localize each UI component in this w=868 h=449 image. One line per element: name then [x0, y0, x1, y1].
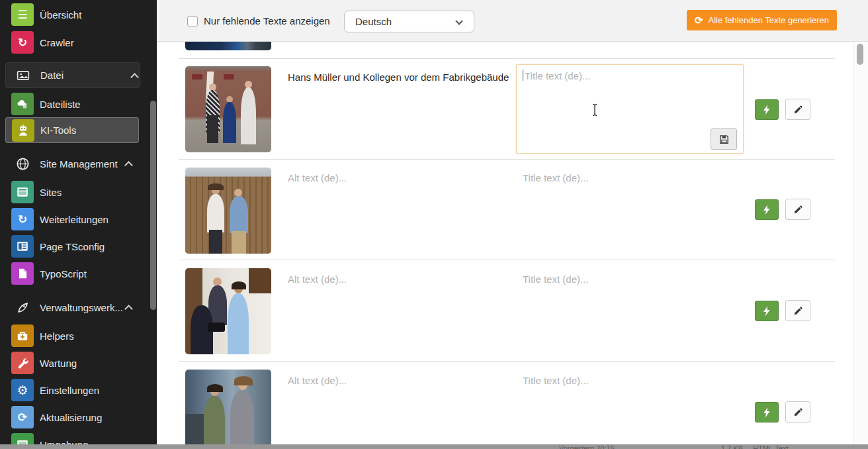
- filter-checkbox-label[interactable]: Nur fehlende Texte anzeigen: [204, 15, 330, 26]
- alt-text-field[interactable]: Alt text (de)...: [288, 172, 347, 183]
- sidebar-item-page-tsconfig[interactable]: Page TSconfig: [0, 234, 157, 259]
- sidebar-item-crawler[interactable]: ↻ Crawler: [0, 30, 157, 55]
- chevron-up-icon: [124, 161, 133, 170]
- generate-button[interactable]: [755, 99, 779, 120]
- sidebar-item-einstellungen[interactable]: ⚙ Einstellungen: [0, 377, 157, 403]
- text-caret: [523, 70, 523, 81]
- app-window: ☰ Übersicht ↻ Crawler Datei Dateiliste K…: [0, 0, 868, 449]
- title-text-field[interactable]: Title text (de)...: [523, 375, 588, 386]
- ghost-size-text: 1.7 KB: [721, 444, 743, 449]
- lightning-icon: [762, 205, 771, 215]
- ghost-type-text: HTML-Text: [753, 444, 789, 449]
- edit-button[interactable]: [785, 401, 810, 423]
- title-text-editor[interactable]: Title text (de)...: [516, 64, 744, 154]
- edit-button[interactable]: [785, 199, 810, 220]
- thumbnail-image: [185, 168, 271, 254]
- sidebar-item-aktualisierung[interactable]: ⟳ Aktualisierung: [0, 405, 157, 430]
- thumbnail-image: [185, 268, 271, 354]
- save-floppy-icon: [718, 134, 730, 145]
- content-scrollbar-track[interactable]: [853, 42, 868, 449]
- sidebar-item-label: Crawler: [40, 37, 74, 48]
- crawler-icon: ↻: [11, 31, 34, 54]
- toolbar: Nur fehlende Texte anzeigen Deutsch ⟳ Al…: [157, 0, 868, 42]
- generate-all-button[interactable]: ⟳ Alle fehlenden Texte generieren: [687, 10, 837, 30]
- title-text-field[interactable]: Title text (de)...: [523, 172, 588, 183]
- title-text-field[interactable]: Title text (de)...: [523, 274, 588, 285]
- redirect-icon: ↻: [11, 208, 34, 230]
- sidebar-group-site-management[interactable]: Site Management: [0, 151, 157, 176]
- wrench-icon: [11, 352, 34, 374]
- helpers-icon: [11, 324, 34, 347]
- overview-icon: ☰: [11, 3, 34, 26]
- filelist-icon: [11, 93, 34, 115]
- thumbnail-image: [185, 370, 271, 444]
- alt-text-field[interactable]: Alt text (de)...: [288, 274, 347, 285]
- sidebar-item-dateiliste[interactable]: Dateiliste: [0, 91, 157, 117]
- language-select-value: Deutsch: [355, 16, 392, 27]
- typoscript-icon: [11, 262, 34, 285]
- refresh-icon: ⟳: [11, 406, 34, 428]
- pencil-icon: [793, 105, 803, 115]
- row-separator: [179, 260, 835, 260]
- sidebar-item-label: Übersicht: [40, 9, 81, 21]
- sidebar-item-helpers[interactable]: Helpers: [0, 323, 157, 348]
- pencil-icon: [793, 205, 803, 215]
- thumbnail-image: [185, 66, 271, 152]
- refresh-icon: ⟳: [695, 15, 703, 25]
- sidebar-item-typoscript[interactable]: TypoScript: [0, 261, 157, 286]
- save-button[interactable]: [711, 128, 737, 150]
- image-file-icon: [15, 67, 32, 84]
- chevron-up-icon: [124, 305, 133, 313]
- text-cursor-pointer: [591, 103, 599, 117]
- sidebar-group-verwaltungswerkzeuge[interactable]: Verwaltungswerk...: [0, 295, 157, 320]
- sidebar-item-weiterleitungen[interactable]: ↻ Weiterleitungen: [0, 207, 157, 232]
- page-tsconfig-icon: [11, 235, 34, 258]
- sidebar-item-label: Wartung: [40, 358, 77, 369]
- lightning-icon: [762, 306, 771, 317]
- sidebar-item-label: Aktualisierung: [40, 412, 102, 423]
- sidebar-group-label: Datei: [40, 70, 64, 81]
- chevron-down-icon: [455, 17, 462, 25]
- rocket-icon: [14, 299, 31, 316]
- edit-button[interactable]: [785, 300, 810, 321]
- globe-icon: [14, 155, 31, 172]
- lightning-icon: [762, 105, 771, 115]
- sidebar-group-label: Site Management: [40, 158, 118, 170]
- sidebar-item-ki-tools[interactable]: KI-Tools: [5, 117, 139, 143]
- generate-button[interactable]: [755, 199, 779, 220]
- row-separator: [179, 58, 835, 59]
- sites-icon: [11, 181, 34, 203]
- generate-all-label: Alle fehlenden Texte generieren: [708, 15, 829, 25]
- row-separator: [179, 159, 835, 160]
- sidebar-item-label: Helpers: [40, 330, 74, 342]
- alt-text-value[interactable]: Hans Müller und Kollegen vor dem Fabrikg…: [288, 72, 509, 83]
- sidebar-item-label: Einstellungen: [40, 385, 99, 396]
- lightning-icon: [762, 407, 771, 418]
- filter-missing-checkbox[interactable]: [187, 16, 198, 26]
- sidebar-item-sites[interactable]: Sites: [0, 179, 157, 205]
- content-scrollbar-thumb[interactable]: [857, 44, 863, 65]
- language-select[interactable]: Deutsch: [344, 11, 474, 32]
- chevron-up-icon: [130, 73, 139, 81]
- gear-icon: ⚙: [11, 379, 34, 401]
- module-sidebar: ☰ Übersicht ↻ Crawler Datei Dateiliste K…: [0, 0, 157, 449]
- sidebar-group-label: Verwaltungswerk...: [40, 302, 123, 313]
- alt-text-field[interactable]: Alt text (de)...: [288, 375, 347, 386]
- sidebar-item-label: Dateiliste: [40, 99, 81, 110]
- robot-icon: [12, 119, 34, 142]
- generate-button[interactable]: [755, 402, 779, 423]
- row-separator: [179, 361, 835, 362]
- sidebar-group-datei[interactable]: Datei: [5, 62, 140, 88]
- ghost-date-text: Vorgestern 20:15: [559, 444, 615, 449]
- sidebar-item-label: TypoScript: [40, 268, 87, 279]
- sidebar-item-wartung[interactable]: Wartung: [0, 350, 157, 375]
- generate-button[interactable]: [755, 301, 779, 321]
- sidebar-item-uebersicht[interactable]: ☰ Übersicht: [0, 2, 157, 27]
- sidebar-item-label: Sites: [40, 187, 62, 198]
- sidebar-item-label: Page TSconfig: [40, 241, 105, 252]
- pencil-icon: [793, 407, 803, 417]
- edit-button[interactable]: [785, 99, 810, 120]
- pencil-icon: [793, 306, 803, 316]
- sidebar-scrollbar-thumb[interactable]: [150, 101, 156, 310]
- main-content: Nur fehlende Texte anzeigen Deutsch ⟳ Al…: [157, 0, 868, 449]
